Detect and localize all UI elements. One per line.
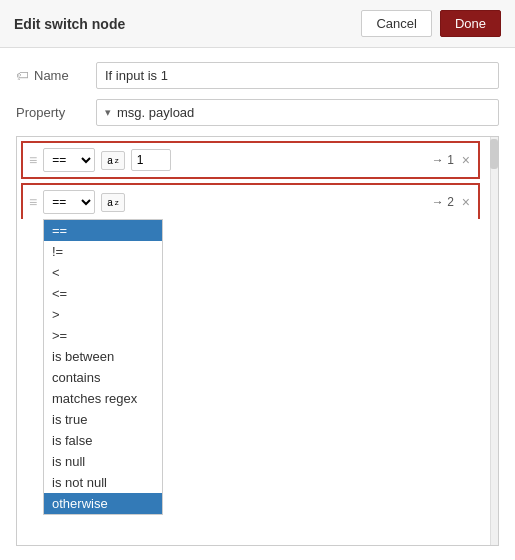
dropdown-item-lte[interactable]: <= [44,283,162,304]
rule-output-1: → 1 [432,153,454,167]
dropdown-item-regex[interactable]: matches regex [44,388,162,409]
done-button[interactable]: Done [440,10,501,37]
rule-row-1: ≡ == != < <= > >= a z → 1 × [21,141,480,179]
name-input[interactable] [96,62,499,89]
property-select[interactable]: ▾ msg. payload [96,99,499,126]
name-label: 🏷 Name [16,68,86,83]
rule-2-area: ≡ == != < a z → 2 × == [21,183,480,515]
cancel-button[interactable]: Cancel [361,10,431,37]
property-arrow-icon: ▾ [105,106,111,119]
type-icon-1: a [107,155,113,166]
operator-select-1[interactable]: == != < <= > >= [43,148,95,172]
dropdown-item-otherwise[interactable]: otherwise [44,493,162,514]
tag-icon: 🏷 [16,68,29,83]
dropdown-item-notnull[interactable]: is not null [44,472,162,493]
dropdown-item-gte[interactable]: >= [44,325,162,346]
drag-handle-2[interactable]: ≡ [29,194,37,210]
rule-value-1[interactable] [131,149,171,171]
dropdown-item-false[interactable]: is false [44,430,162,451]
type-button-2[interactable]: a z [101,193,125,212]
operator-select-2[interactable]: == != < [43,190,95,214]
scrollbar-thumb[interactable] [490,139,498,169]
drag-handle-1[interactable]: ≡ [29,152,37,168]
header-buttons: Cancel Done [361,10,501,37]
rule-output-2: → 2 [432,195,454,209]
dialog-header: Edit switch node Cancel Done [0,0,515,48]
dialog-title: Edit switch node [14,16,125,32]
dropdown-item-eq[interactable]: == [44,220,162,241]
dropdown-item-contains[interactable]: contains [44,367,162,388]
scrollbar-track[interactable] [490,137,498,545]
edit-switch-dialog: Edit switch node Cancel Done 🏷 Name Prop… [0,0,515,560]
type-icon-2: a [107,197,113,208]
delete-rule-2[interactable]: × [460,194,472,210]
dropdown-item-neq[interactable]: != [44,241,162,262]
name-row: 🏷 Name [16,62,499,89]
rule-row-2: ≡ == != < a z → 2 × [21,183,480,219]
operator-dropdown: == != < <= > >= is between contains matc… [43,219,163,515]
dialog-body: 🏷 Name Property ▾ msg. payload ≡ [0,48,515,560]
delete-rule-1[interactable]: × [460,152,472,168]
type-button-1[interactable]: a z [101,151,125,170]
property-value: msg. payload [117,105,194,120]
type-sub-icon-1: z [115,156,119,165]
dropdown-item-gt[interactable]: > [44,304,162,325]
dropdown-item-null[interactable]: is null [44,451,162,472]
dropdown-item-true[interactable]: is true [44,409,162,430]
property-row: Property ▾ msg. payload [16,99,499,126]
dropdown-item-between[interactable]: is between [44,346,162,367]
dropdown-item-lt[interactable]: < [44,262,162,283]
property-label: Property [16,105,86,120]
type-sub-icon-2: z [115,198,119,207]
rules-container: ≡ == != < <= > >= a z → 1 × [16,136,499,546]
